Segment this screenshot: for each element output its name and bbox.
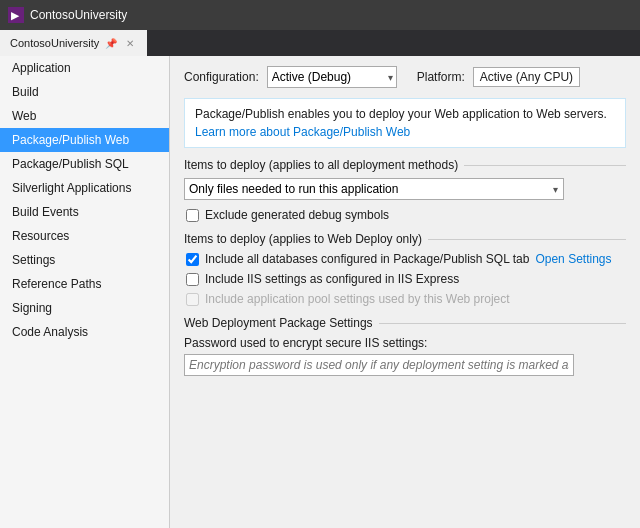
sidebar-item-signing[interactable]: Signing [0, 296, 169, 320]
main-container: Application Build Web Package/Publish We… [0, 56, 640, 528]
close-icon[interactable]: ✕ [123, 36, 137, 50]
include-db-checkbox[interactable] [186, 253, 199, 266]
deploy-select-wrapper: Only files needed to run this applicatio… [184, 178, 564, 200]
configuration-row: Configuration: Active (Debug) Debug Rele… [184, 66, 626, 88]
info-link[interactable]: Learn more about Package/Publish Web [195, 125, 410, 139]
pin-icon[interactable]: 📌 [105, 38, 117, 49]
sidebar-item-web[interactable]: Web [0, 104, 169, 128]
sidebar-item-package-publish-web[interactable]: Package/Publish Web [0, 128, 169, 152]
sidebar-item-settings[interactable]: Settings [0, 248, 169, 272]
exclude-debug-symbols-row: Exclude generated debug symbols [184, 208, 626, 222]
sidebar-item-code-analysis[interactable]: Code Analysis [0, 320, 169, 344]
password-input[interactable] [184, 354, 574, 376]
sidebar-item-resources[interactable]: Resources [0, 224, 169, 248]
sidebar-item-build-events[interactable]: Build Events [0, 200, 169, 224]
sidebar-item-build[interactable]: Build [0, 80, 169, 104]
vs-icon: ▶ [8, 7, 24, 23]
web-deployment-section: Web Deployment Package Settings Password… [184, 316, 626, 376]
svg-text:▶: ▶ [11, 10, 20, 21]
exclude-debug-symbols-label[interactable]: Exclude generated debug symbols [205, 208, 389, 222]
sidebar-item-reference-paths[interactable]: Reference Paths [0, 272, 169, 296]
sidebar-item-package-publish-sql[interactable]: Package/Publish SQL [0, 152, 169, 176]
platform-value: Active (Any CPU) [473, 67, 580, 87]
sidebar-item-application[interactable]: Application [0, 56, 169, 80]
section2-header: Items to deploy (applies to Web Deploy o… [184, 232, 626, 246]
content-area: Configuration: Active (Debug) Debug Rele… [170, 56, 640, 528]
tab-bar: ContosoUniversity 📌 ✕ [0, 30, 640, 56]
include-pool-row: Include application pool settings used b… [184, 292, 626, 306]
open-settings-link[interactable]: Open Settings [535, 252, 611, 266]
configuration-select[interactable]: Active (Debug) Debug Release [267, 66, 397, 88]
include-pool-checkbox [186, 293, 199, 306]
sidebar-item-silverlight-applications[interactable]: Silverlight Applications [0, 176, 169, 200]
configuration-label: Configuration: [184, 70, 259, 84]
exclude-debug-symbols-checkbox[interactable] [186, 209, 199, 222]
include-iis-label[interactable]: Include IIS settings as configured in II… [205, 272, 459, 286]
info-text: Package/Publish enables you to deploy yo… [195, 107, 607, 121]
sidebar: Application Build Web Package/Publish We… [0, 56, 170, 528]
deploy-dropdown[interactable]: Only files needed to run this applicatio… [184, 178, 564, 200]
section1-header: Items to deploy (applies to all deployme… [184, 158, 626, 172]
include-iis-checkbox[interactable] [186, 273, 199, 286]
include-pool-label: Include application pool settings used b… [205, 292, 510, 306]
title-bar-text: ContosoUniversity [30, 8, 127, 22]
tab-label: ContosoUniversity [10, 37, 99, 49]
info-box: Package/Publish enables you to deploy yo… [184, 98, 626, 148]
platform-label: Platform: [417, 70, 465, 84]
project-tab[interactable]: ContosoUniversity 📌 ✕ [0, 30, 148, 56]
include-iis-row: Include IIS settings as configured in II… [184, 272, 626, 286]
configuration-select-wrapper: Active (Debug) Debug Release [267, 66, 397, 88]
include-db-label[interactable]: Include all databases configured in Pack… [205, 252, 529, 266]
title-bar: ▶ ContosoUniversity [0, 0, 640, 30]
section3-header: Web Deployment Package Settings [184, 316, 626, 330]
include-db-row: Include all databases configured in Pack… [184, 252, 626, 266]
password-label: Password used to encrypt secure IIS sett… [184, 336, 626, 350]
